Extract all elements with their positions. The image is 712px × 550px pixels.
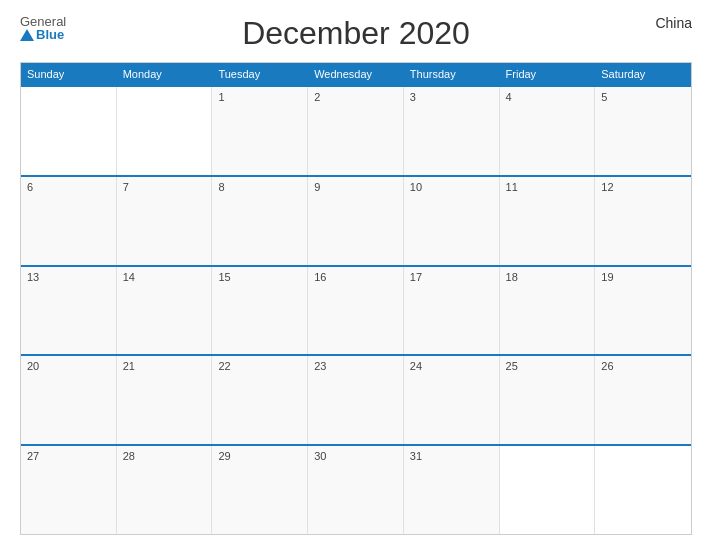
header-friday: Friday: [500, 63, 596, 85]
header-wednesday: Wednesday: [308, 63, 404, 85]
header-tuesday: Tuesday: [212, 63, 308, 85]
day-cell-w1-d1: 7: [117, 177, 213, 265]
logo-blue-text: Blue: [20, 28, 66, 41]
day-cell-w4-d2: 29: [212, 446, 308, 534]
day-number: 6: [27, 181, 33, 193]
week-row-4: 20212223242526: [21, 354, 691, 444]
logo: General Blue: [20, 15, 66, 41]
day-number: 3: [410, 91, 416, 103]
day-cell-w1-d0: 6: [21, 177, 117, 265]
day-cell-w2-d0: 13: [21, 267, 117, 355]
day-number: 30: [314, 450, 326, 462]
day-number: 10: [410, 181, 422, 193]
day-cell-w3-d4: 24: [404, 356, 500, 444]
day-number: 20: [27, 360, 39, 372]
day-number: 12: [601, 181, 613, 193]
day-number: 14: [123, 271, 135, 283]
day-number: 9: [314, 181, 320, 193]
day-cell-w0-d2: 1: [212, 87, 308, 175]
week-row-1: 12345: [21, 85, 691, 175]
day-cell-w2-d4: 17: [404, 267, 500, 355]
day-number: 25: [506, 360, 518, 372]
day-number: 24: [410, 360, 422, 372]
week-row-5: 2728293031: [21, 444, 691, 534]
day-cell-w2-d6: 19: [595, 267, 691, 355]
day-number: 5: [601, 91, 607, 103]
day-number: 18: [506, 271, 518, 283]
day-cell-w1-d2: 8: [212, 177, 308, 265]
day-cell-w4-d0: 27: [21, 446, 117, 534]
day-cell-w2-d2: 15: [212, 267, 308, 355]
day-cell-w4-d1: 28: [117, 446, 213, 534]
header-monday: Monday: [117, 63, 213, 85]
day-number: 1: [218, 91, 224, 103]
day-number: 28: [123, 450, 135, 462]
calendar-container: General Blue December 2020 China Sunday …: [0, 0, 712, 550]
day-number: 26: [601, 360, 613, 372]
weeks-container: 1234567891011121314151617181920212223242…: [21, 85, 691, 534]
day-number: 2: [314, 91, 320, 103]
day-cell-w0-d6: 5: [595, 87, 691, 175]
day-cell-w4-d3: 30: [308, 446, 404, 534]
day-cell-w0-d4: 3: [404, 87, 500, 175]
day-headers-row: Sunday Monday Tuesday Wednesday Thursday…: [21, 63, 691, 85]
day-number: 13: [27, 271, 39, 283]
day-number: 11: [506, 181, 518, 193]
week-row-3: 13141516171819: [21, 265, 691, 355]
day-cell-w3-d5: 25: [500, 356, 596, 444]
day-cell-w3-d0: 20: [21, 356, 117, 444]
day-number: 27: [27, 450, 39, 462]
day-number: 21: [123, 360, 135, 372]
day-number: 29: [218, 450, 230, 462]
day-number: 31: [410, 450, 422, 462]
calendar-grid: Sunday Monday Tuesday Wednesday Thursday…: [20, 62, 692, 535]
day-cell-w4-d4: 31: [404, 446, 500, 534]
header-sunday: Sunday: [21, 63, 117, 85]
day-cell-w0-d1: [117, 87, 213, 175]
day-cell-w3-d6: 26: [595, 356, 691, 444]
day-number: 22: [218, 360, 230, 372]
week-row-2: 6789101112: [21, 175, 691, 265]
day-cell-w2-d1: 14: [117, 267, 213, 355]
header-thursday: Thursday: [404, 63, 500, 85]
day-number: 7: [123, 181, 129, 193]
day-cell-w1-d4: 10: [404, 177, 500, 265]
day-cell-w0-d3: 2: [308, 87, 404, 175]
day-number: 19: [601, 271, 613, 283]
logo-triangle-icon: [20, 29, 34, 41]
day-cell-w1-d5: 11: [500, 177, 596, 265]
day-number: 4: [506, 91, 512, 103]
day-cell-w2-d3: 16: [308, 267, 404, 355]
day-number: 16: [314, 271, 326, 283]
day-number: 8: [218, 181, 224, 193]
day-cell-w1-d3: 9: [308, 177, 404, 265]
day-cell-w4-d6: [595, 446, 691, 534]
day-cell-w3-d3: 23: [308, 356, 404, 444]
day-cell-w3-d1: 21: [117, 356, 213, 444]
country-label: China: [655, 15, 692, 31]
header: General Blue December 2020 China: [20, 15, 692, 52]
calendar-title: December 2020: [242, 15, 470, 52]
day-cell-w2-d5: 18: [500, 267, 596, 355]
day-cell-w0-d0: [21, 87, 117, 175]
day-number: 23: [314, 360, 326, 372]
day-number: 15: [218, 271, 230, 283]
header-saturday: Saturday: [595, 63, 691, 85]
day-cell-w3-d2: 22: [212, 356, 308, 444]
day-number: 17: [410, 271, 422, 283]
day-cell-w4-d5: [500, 446, 596, 534]
day-cell-w0-d5: 4: [500, 87, 596, 175]
day-cell-w1-d6: 12: [595, 177, 691, 265]
